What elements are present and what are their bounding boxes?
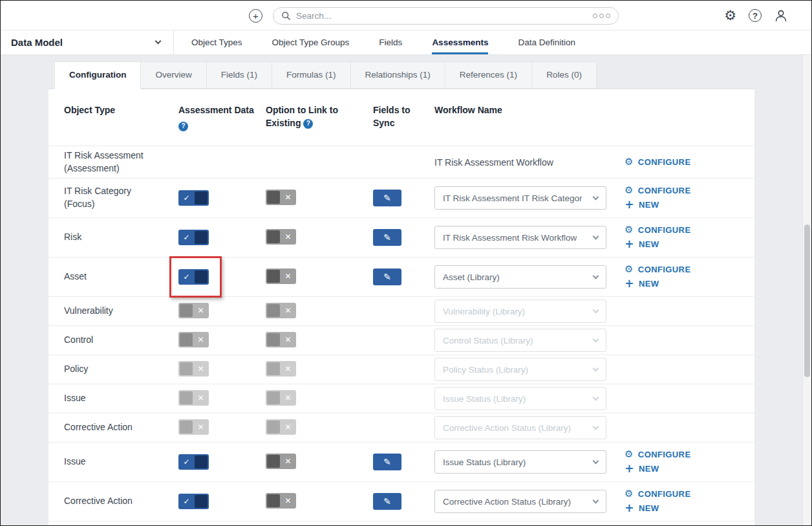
option-to-link-toggle[interactable]: ✕ bbox=[266, 454, 296, 469]
option-to-link-toggle[interactable]: ✕ bbox=[266, 419, 296, 435]
fields-to-sync-edit-button[interactable]: ✎ bbox=[373, 268, 401, 285]
object-type-label: Issue bbox=[64, 455, 162, 468]
tab-formulas-1[interactable]: Formulas (1) bbox=[272, 61, 351, 89]
option-to-link-toggle[interactable]: ✕ bbox=[266, 190, 296, 205]
new-link[interactable]: +NEW bbox=[625, 278, 659, 289]
table-row-issue: Issue✓✕✎Issue Status (Library)⚙CONFIGURE… bbox=[48, 443, 754, 482]
pencil-icon: ✎ bbox=[383, 272, 391, 281]
workflow-name-text: IT Risk Assessment Workflow bbox=[434, 157, 553, 168]
assessment-data-toggle[interactable]: ✓ bbox=[178, 190, 209, 206]
object-type-label: Control bbox=[64, 334, 162, 347]
assessment-data-toggle[interactable]: ✕ bbox=[178, 361, 209, 377]
fields-to-sync-edit-button[interactable]: ✎ bbox=[373, 454, 401, 470]
new-link[interactable]: +NEW bbox=[625, 503, 659, 514]
module-selector[interactable]: Data Model bbox=[1, 30, 174, 54]
search-input[interactable] bbox=[296, 11, 588, 21]
option-to-link-toggle[interactable]: ✕ bbox=[266, 390, 296, 406]
fields-to-sync-edit-button[interactable]: ✎ bbox=[373, 190, 401, 206]
gear-icon: ⚙ bbox=[625, 186, 634, 195]
assessment-data-toggle[interactable]: ✓ bbox=[178, 454, 209, 470]
assessment-data-toggle[interactable]: ✓ bbox=[178, 269, 209, 285]
toggle-knob bbox=[267, 270, 280, 283]
pencil-icon: ✎ bbox=[383, 193, 391, 203]
gear-icon: ⚙ bbox=[625, 265, 634, 274]
x-icon: ✕ bbox=[194, 336, 208, 344]
toggle-knob bbox=[267, 230, 280, 243]
toggle-knob bbox=[267, 362, 280, 375]
header-label: Assessment Data bbox=[178, 105, 254, 115]
pencil-icon: ✎ bbox=[383, 457, 391, 466]
workflow-select[interactable]: IT Risk Assessment Risk Workflow bbox=[434, 226, 606, 249]
scrollbar-thumb[interactable] bbox=[804, 225, 810, 377]
option-to-link-toggle[interactable]: ✕ bbox=[266, 493, 296, 509]
tab-overview[interactable]: Overview bbox=[140, 61, 206, 89]
table-row-corrective-action: Corrective Action✓✕✎Corrective Action St… bbox=[48, 482, 754, 521]
configure-link[interactable]: ⚙CONFIGURE bbox=[625, 265, 690, 274]
workflow-select-value: Issue Status (Library) bbox=[443, 394, 526, 404]
nav-tab-data-definition[interactable]: Data Definition bbox=[518, 30, 575, 54]
search-bar[interactable] bbox=[273, 7, 619, 25]
x-icon: ✕ bbox=[281, 365, 295, 373]
fields-to-sync-edit-button[interactable]: ✎ bbox=[373, 493, 401, 510]
option-to-link-toggle[interactable]: ✕ bbox=[266, 229, 296, 245]
search-options-icon[interactable] bbox=[593, 14, 610, 18]
new-link[interactable]: +NEW bbox=[625, 199, 659, 210]
option-to-link-toggle[interactable]: ✕ bbox=[266, 361, 296, 377]
option-to-link-toggle[interactable]: ✕ bbox=[266, 303, 296, 318]
help-icon[interactable]: ? bbox=[749, 9, 762, 22]
nav-tab-object-type-groups[interactable]: Object Type Groups bbox=[272, 30, 350, 54]
fields-to-sync-edit-button[interactable]: ✎ bbox=[373, 229, 401, 246]
tab-relationships-1[interactable]: Relationships (1) bbox=[350, 61, 445, 89]
configure-link[interactable]: ⚙CONFIGURE bbox=[625, 450, 690, 459]
x-icon: ✕ bbox=[281, 457, 295, 465]
assessment-data-toggle[interactable]: ✕ bbox=[178, 332, 209, 347]
header-label: Workflow Name bbox=[434, 105, 502, 115]
nav-tabs: Object TypesObject Type GroupsFieldsAsse… bbox=[176, 30, 590, 54]
configure-link[interactable]: ⚙CONFIGURE bbox=[625, 225, 690, 235]
assessment-data-toggle[interactable]: ✓ bbox=[178, 230, 209, 245]
table-row-risk: Risk✓✕✎IT Risk Assessment Risk Workflow⚙… bbox=[48, 218, 754, 258]
col-header-assessment-data: Assessment Data ? bbox=[178, 104, 266, 131]
workflow-select[interactable]: Corrective Action Status (Library) bbox=[434, 490, 606, 513]
configure-link[interactable]: ⚙CONFIGURE bbox=[625, 157, 690, 167]
workflow-select[interactable]: Issue Status (Library) bbox=[434, 450, 606, 474]
new-link[interactable]: +NEW bbox=[625, 463, 659, 474]
object-type-label: Corrective Action bbox=[64, 421, 162, 434]
tab-roles-0[interactable]: Roles (0) bbox=[531, 61, 597, 89]
vertical-scrollbar bbox=[802, 55, 811, 525]
object-type-label: Corrective Action bbox=[64, 495, 162, 508]
toggle-knob bbox=[180, 333, 193, 346]
tab-configuration[interactable]: Configuration bbox=[54, 61, 141, 89]
configure-link[interactable]: ⚙CONFIGURE bbox=[625, 489, 690, 499]
user-icon[interactable] bbox=[774, 8, 788, 23]
tab-references-1[interactable]: References (1) bbox=[445, 61, 532, 89]
object-type-label: Policy bbox=[64, 363, 162, 376]
settings-gear-icon[interactable]: ⚙ bbox=[724, 9, 736, 23]
action-label: CONFIGURE bbox=[638, 157, 691, 167]
workflow-select-value: IT Risk Assessment Risk Workflow bbox=[443, 233, 577, 243]
plus-icon: + bbox=[625, 239, 634, 250]
search-icon bbox=[281, 11, 291, 21]
module-navbar: Data Model Object TypesObject Type Group… bbox=[1, 30, 811, 55]
help-icon[interactable]: ? bbox=[303, 119, 313, 129]
option-to-link-toggle[interactable]: ✕ bbox=[266, 268, 296, 284]
tab-fields-1[interactable]: Fields (1) bbox=[206, 61, 272, 89]
assessment-data-toggle[interactable]: ✕ bbox=[178, 303, 209, 318]
assessment-data-toggle[interactable]: ✕ bbox=[178, 390, 209, 406]
nav-tab-assessments[interactable]: Assessments bbox=[432, 30, 488, 54]
table-row-it-risk-assessment-assessment: IT Risk Assessment (Assessment)IT Risk A… bbox=[48, 146, 754, 179]
workflow-select[interactable]: IT Risk Assessment IT Risk Categor bbox=[434, 186, 606, 210]
nav-tab-fields[interactable]: Fields bbox=[379, 30, 402, 54]
add-icon[interactable]: + bbox=[249, 9, 262, 23]
assessment-data-toggle[interactable]: ✓ bbox=[178, 494, 209, 509]
configure-link[interactable]: ⚙CONFIGURE bbox=[625, 186, 690, 195]
assessment-data-toggle[interactable]: ✕ bbox=[178, 419, 209, 435]
new-link[interactable]: +NEW bbox=[625, 239, 659, 250]
workflow-select[interactable]: Asset (Library) bbox=[434, 265, 606, 289]
toggle-knob bbox=[180, 362, 193, 375]
help-icon[interactable]: ? bbox=[178, 122, 188, 131]
workflow-select-value: Issue Status (Library) bbox=[443, 457, 526, 467]
x-icon: ✕ bbox=[194, 365, 208, 373]
nav-tab-object-types[interactable]: Object Types bbox=[191, 30, 242, 54]
option-to-link-toggle[interactable]: ✕ bbox=[266, 332, 296, 347]
